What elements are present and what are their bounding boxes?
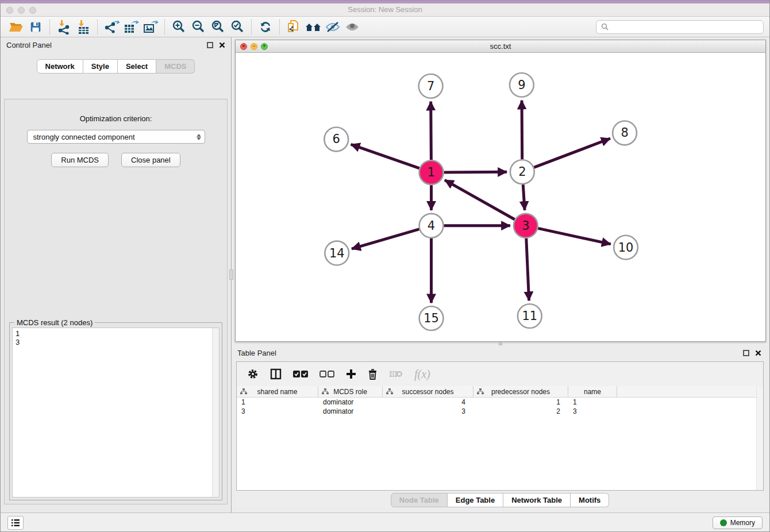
export-table-button[interactable] [121,18,141,36]
attribute-tree-icon [386,388,393,395]
import-network-button[interactable] [54,18,74,36]
table-cell[interactable]: 3 [237,407,318,416]
function-builder-button[interactable]: f(x) [414,368,430,381]
task-history-button[interactable] [7,516,24,530]
mcds-result-text[interactable]: 1 3 [12,327,220,498]
close-panel-button[interactable] [219,42,225,48]
destroy-table-button[interactable] [389,369,403,379]
node-table[interactable]: shared nameMCDS rolesuccessor nodesprede… [237,386,756,490]
toolbar-separator [49,20,50,34]
table-row[interactable]: 3dominator323 [237,407,756,416]
tab-edge-table[interactable]: Edge Table [448,493,503,507]
splitter-grip[interactable] [499,342,502,345]
delete-table-icon [389,369,403,379]
optimization-criterion-select[interactable]: strongly connected component [27,130,205,144]
graph-node-14[interactable]: 14 [325,241,349,265]
first-neighbors-button[interactable] [303,18,323,36]
table-cell[interactable]: 1 [237,398,318,407]
table-cell[interactable]: 3 [568,407,617,416]
graph-node-11[interactable]: 11 [518,304,542,328]
float-table-panel-button[interactable] [743,350,749,356]
show-all-button[interactable] [342,18,362,36]
optimization-criterion-label: Optimization criterion: [5,114,227,123]
node-table-container: f(x) shared nameMCDS rolesuccessor nodes… [236,361,764,491]
tab-network[interactable]: Network [37,59,83,74]
delete-column-button[interactable] [368,368,378,380]
graph-edge-4-14[interactable] [352,229,419,249]
network-canvas[interactable]: 7968124314101511 [236,53,765,341]
graph-edge-3-10[interactable] [538,228,611,244]
deselect-all-button[interactable] [319,370,334,378]
column-header-predecessor-nodes[interactable]: predecessor nodes [473,386,568,397]
toolbar-separator [279,20,280,34]
save-session-button[interactable] [26,18,45,36]
float-panel-button[interactable] [207,42,213,48]
import-network-icon [56,20,71,34]
zoom-in-button[interactable] [169,18,188,36]
table-cell[interactable]: 2 [473,407,568,416]
split-view-button[interactable] [270,368,282,380]
graph-edge-2-8[interactable] [534,138,610,167]
export-network-icon [103,20,120,34]
refresh-view-button[interactable] [256,18,275,36]
table-cell[interactable]: 1 [568,398,617,407]
column-header-shared-name[interactable]: shared name [237,386,318,397]
column-header-MCDS-role[interactable]: MCDS role [318,386,383,397]
graph-node-9[interactable]: 9 [510,73,534,97]
zoom-fit-button[interactable] [208,18,228,36]
zoom-selected-button[interactable] [228,18,247,36]
import-table-button[interactable] [74,18,93,36]
table-cell[interactable]: 1 [473,398,568,407]
export-image-button[interactable] [141,18,160,36]
tab-mcds[interactable]: MCDS [156,59,195,74]
graph-edge-1-2[interactable] [444,172,507,172]
network-window-titlebar[interactable]: × − + scc.txt [236,40,765,53]
select-all-button[interactable] [293,370,308,378]
close-table-panel-button[interactable] [755,350,761,356]
zoom-out-button[interactable] [188,18,208,36]
tab-style[interactable]: Style [83,59,118,74]
graph-node-2[interactable]: 2 [510,160,534,184]
graph-node-15[interactable]: 15 [419,306,444,330]
graph-edge-3-1[interactable] [445,180,515,219]
graph-edge-1-6[interactable] [351,144,419,168]
graph-node-6[interactable]: 6 [324,128,348,152]
search-field[interactable] [596,20,764,34]
table-row[interactable]: 1dominator411 [237,398,756,407]
graph-node-4[interactable]: 4 [419,214,444,238]
run-mcds-button[interactable]: Run MCDS [51,153,109,167]
graph-node-8[interactable]: 8 [613,121,637,145]
table-scrollbar[interactable] [756,386,763,490]
tab-select[interactable]: Select [118,59,156,74]
graph-node-label: 3 [522,219,529,233]
vertical-splitter-handle[interactable] [229,269,233,280]
graph-node-7[interactable]: 7 [419,74,443,98]
graph-edge-2-9[interactable] [522,101,522,160]
add-column-button[interactable] [346,369,356,379]
table-cell[interactable]: 3 [383,407,473,416]
memory-button[interactable]: Memory [713,516,763,529]
table-cell[interactable]: 4 [383,398,473,407]
graph-edge-3-11[interactable] [526,238,529,301]
column-header-successor-nodes[interactable]: successor nodes [383,386,473,397]
graph-edge-1-7[interactable] [431,102,432,160]
graph-node-3[interactable]: 3 [514,214,538,238]
close-panel-button[interactable]: Close panel [121,153,180,167]
export-network-button[interactable] [102,18,121,36]
graph-edge-2-3[interactable] [523,184,525,210]
tab-network-table[interactable]: Network Table [503,493,571,507]
table-cell[interactable]: dominator [318,398,383,407]
settings-gear-button[interactable] [247,368,259,380]
table-cell[interactable]: dominator [318,407,383,416]
new-network-from-selection-button[interactable] [284,18,303,36]
open-session-button[interactable] [6,18,26,36]
graph-node-1[interactable]: 1 [419,160,444,184]
graph-node-10[interactable]: 10 [614,236,638,260]
search-input[interactable] [611,23,759,31]
hide-selected-button[interactable] [323,18,342,36]
save-floppy-icon [29,21,42,33]
tab-node-table[interactable]: Node Table [391,493,448,507]
tab-motifs[interactable]: Motifs [571,493,609,507]
app-window: Session: New Session [0,0,770,532]
column-header-name[interactable]: name [568,386,617,397]
